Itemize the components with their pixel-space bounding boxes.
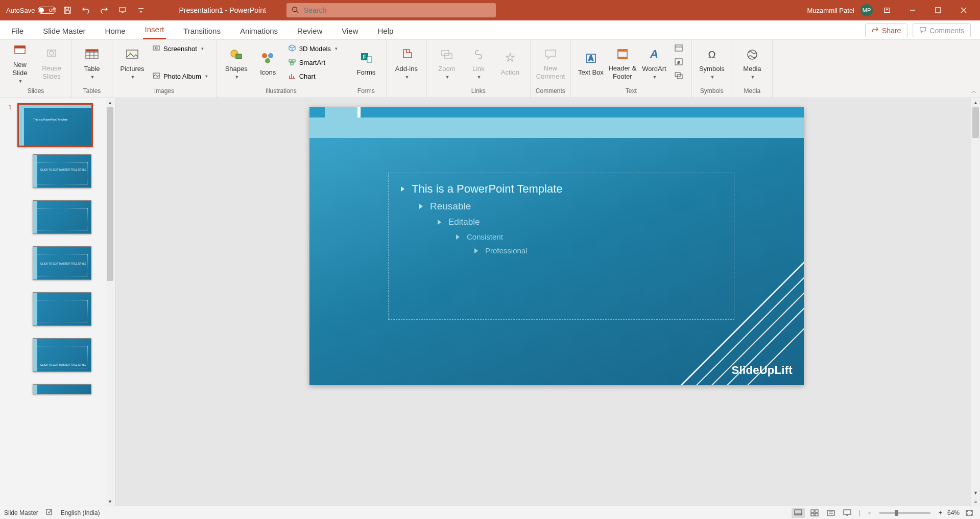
- maximize-icon[interactable]: [927, 0, 949, 20]
- scroll-down-icon[interactable]: ▼: [106, 497, 114, 506]
- screenshot-button[interactable]: Screenshot▾: [149, 42, 211, 55]
- chart-button[interactable]: Chart: [285, 69, 341, 83]
- svg-rect-29: [442, 51, 449, 56]
- slideshow-icon[interactable]: [115, 3, 130, 17]
- object-button[interactable]: [671, 69, 686, 83]
- link-icon: [470, 46, 487, 63]
- wordart-icon: A: [646, 46, 662, 63]
- master-thumbnail[interactable]: This is a PowerPoint Template: [17, 103, 93, 147]
- autosave-toggle[interactable]: AutoSave Off: [6, 7, 56, 14]
- header-footer-button[interactable]: Header & Footer: [608, 42, 637, 85]
- scroll-next-icon[interactable]: ≡: [971, 497, 980, 506]
- qat-customize-icon[interactable]: [134, 3, 148, 17]
- scroll-up-icon[interactable]: ▲: [971, 98, 980, 107]
- wordart-label: WordArt: [642, 65, 666, 73]
- layout-thumbnail[interactable]: [33, 200, 91, 234]
- tab-animations[interactable]: Animations: [238, 22, 280, 39]
- tab-view[interactable]: View: [340, 22, 360, 39]
- wordart-button[interactable]: AWordArt▼: [639, 42, 669, 85]
- action-label: Action: [501, 68, 519, 77]
- redo-icon[interactable]: [97, 3, 111, 17]
- scroll-up-icon[interactable]: ▲: [106, 98, 114, 107]
- tab-review[interactable]: Review: [295, 22, 324, 39]
- scroll-thumb[interactable]: [972, 107, 979, 138]
- bullet-icon: [474, 248, 478, 253]
- group-tables-label: Tables: [77, 86, 107, 97]
- collapse-ribbon-icon[interactable]: ︿: [971, 87, 977, 96]
- smartart-button[interactable]: SmartArt: [285, 56, 341, 69]
- group-text-label: Text: [576, 86, 686, 97]
- sorter-view-icon[interactable]: [808, 508, 821, 518]
- scroll-down-icon[interactable]: ▼: [971, 488, 980, 497]
- zoom-value[interactable]: 64%: [947, 509, 960, 516]
- svg-point-20: [262, 53, 267, 58]
- ribbon-display-icon[interactable]: [876, 0, 898, 20]
- tab-help[interactable]: Help: [376, 22, 396, 39]
- media-button[interactable]: Media▼: [737, 42, 767, 85]
- table-button[interactable]: Table▼: [77, 42, 107, 85]
- slideshow-view-icon[interactable]: [841, 508, 854, 518]
- reading-view-icon[interactable]: [824, 508, 838, 518]
- panel-scrollbar[interactable]: ▲ ▼: [106, 98, 114, 506]
- slide[interactable]: This is a PowerPoint Template Reusable E…: [309, 107, 804, 385]
- svg-rect-28: [367, 57, 372, 62]
- language-label[interactable]: English (India): [61, 509, 100, 516]
- layout-thumbnail[interactable]: [33, 292, 91, 326]
- date-time-button[interactable]: [671, 42, 686, 55]
- zoom-icon: [439, 46, 455, 63]
- content-placeholder[interactable]: This is a PowerPoint Template Reusable E…: [388, 173, 734, 320]
- svg-rect-49: [46, 509, 52, 514]
- header-footer-icon: [614, 46, 631, 62]
- zoom-in-icon[interactable]: +: [937, 509, 944, 516]
- canvas-area[interactable]: This is a PowerPoint Template Reusable E…: [115, 98, 980, 506]
- photo-album-button[interactable]: Photo Album▾: [149, 69, 211, 83]
- bullet-text-3: Editable: [448, 217, 480, 227]
- minimize-icon[interactable]: [901, 0, 924, 20]
- cube-icon: [288, 44, 296, 54]
- canvas-scrollbar[interactable]: ▲ ▼ ≡: [971, 98, 980, 506]
- close-icon[interactable]: [952, 0, 975, 20]
- textbox-label: Text Box: [578, 68, 604, 77]
- svg-rect-56: [844, 510, 851, 514]
- photo-album-label: Photo Album: [163, 73, 201, 80]
- new-slide-button[interactable]: New Slide▼: [5, 42, 35, 85]
- tab-insert[interactable]: Insert: [143, 21, 166, 39]
- tab-transitions[interactable]: Transitions: [181, 22, 223, 39]
- pictures-label: Pictures: [121, 65, 145, 73]
- forms-button[interactable]: F Forms: [351, 42, 381, 85]
- save-icon[interactable]: [60, 3, 75, 17]
- icons-button[interactable]: Icons: [253, 42, 283, 85]
- comments-button[interactable]: Comments: [913, 23, 971, 37]
- scroll-thumb[interactable]: [107, 107, 113, 281]
- layout-thumbnail[interactable]: [33, 384, 91, 394]
- fit-window-icon[interactable]: [963, 508, 976, 518]
- tab-slide-master[interactable]: Slide Master: [41, 22, 87, 39]
- slide-number-button[interactable]: #: [671, 56, 686, 69]
- new-comment-button: New Comment: [536, 42, 565, 85]
- share-button[interactable]: Share: [865, 23, 907, 37]
- textbox-button[interactable]: AText Box: [576, 42, 606, 85]
- 3d-models-button[interactable]: 3D Models▾: [285, 42, 341, 55]
- user-avatar[interactable]: MP: [861, 4, 873, 16]
- symbols-button[interactable]: ΩSymbols▼: [697, 42, 727, 85]
- shapes-button[interactable]: Shapes▼: [222, 42, 251, 85]
- autosave-state: Off: [49, 8, 55, 13]
- tab-file[interactable]: File: [9, 22, 26, 39]
- symbols-label: Symbols: [699, 65, 725, 73]
- layout-thumbnail[interactable]: CLICK TO EDIT MASTER TITLE STYLE: [33, 246, 91, 280]
- svg-point-22: [265, 58, 270, 63]
- pictures-button[interactable]: Pictures▼: [117, 42, 147, 85]
- layout-thumbnail[interactable]: CLICK TO EDIT MASTER TITLE STYLE: [33, 338, 91, 372]
- ribbon-tabs: File Slide Master Home Insert Transition…: [0, 20, 980, 40]
- spellcheck-icon[interactable]: [45, 508, 54, 517]
- addins-button[interactable]: Add-ins▼: [392, 42, 421, 85]
- zoom-out-icon[interactable]: −: [866, 509, 873, 516]
- undo-icon[interactable]: [79, 3, 93, 17]
- normal-view-icon[interactable]: [792, 508, 805, 518]
- layout-thumbnail[interactable]: CLICK TO EDIT MASTER TITLE STYLE: [33, 154, 91, 188]
- search-input[interactable]: [304, 6, 491, 14]
- zoom-slider[interactable]: [879, 512, 930, 514]
- search-box[interactable]: [286, 3, 496, 17]
- svg-point-10: [50, 51, 54, 55]
- tab-home[interactable]: Home: [103, 22, 128, 39]
